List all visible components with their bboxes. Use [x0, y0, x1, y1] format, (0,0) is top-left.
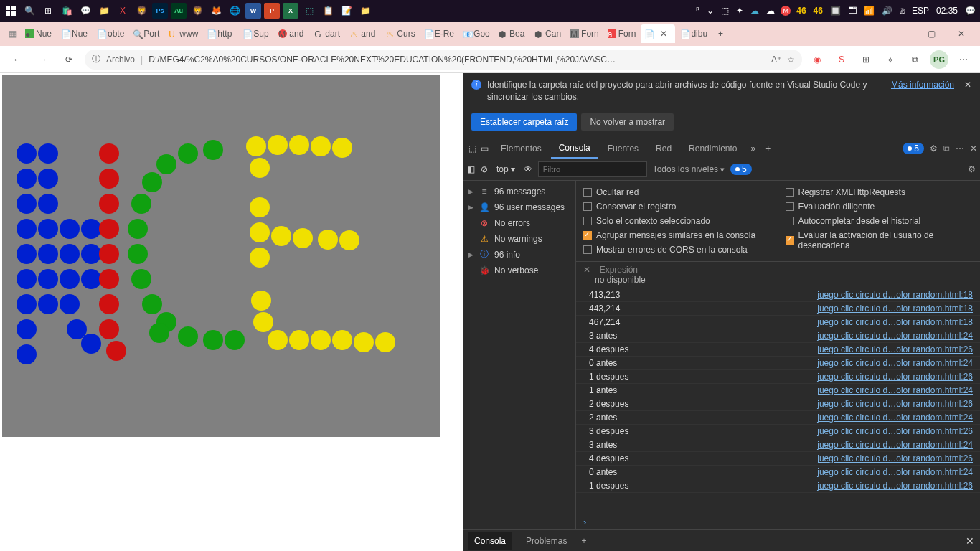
close-devtools-icon[interactable]: ✕	[970, 143, 977, 154]
sidebar-row[interactable]: ▶ⓘ96 info	[463, 247, 575, 263]
circle[interactable]	[339, 230, 359, 250]
tab-network[interactable]: Red	[648, 139, 679, 158]
tray-icon[interactable]: ☁	[765, 6, 776, 16]
circle[interactable]	[318, 230, 338, 250]
circle[interactable]	[99, 319, 119, 339]
circle[interactable]	[149, 323, 169, 343]
log-source-link[interactable]: juego clic circulo d…olor random.html:26	[817, 453, 973, 463]
app-icon[interactable]: X	[115, 3, 131, 19]
tray-icon[interactable]: ✦	[735, 6, 745, 16]
circle[interactable]	[251, 291, 271, 311]
dock-icon[interactable]: ⧉	[943, 143, 950, 154]
console-settings-icon[interactable]: ⚙	[968, 164, 976, 174]
circle[interactable]	[311, 330, 331, 350]
sidebar-row[interactable]: ⚠No warnings	[463, 231, 575, 247]
circle[interactable]	[131, 269, 151, 289]
profile-avatar[interactable]: PG	[930, 50, 948, 69]
app-icon[interactable]: 📋	[320, 3, 336, 19]
log-source-link[interactable]: juego clic circulo d…olor random.html:26	[817, 372, 973, 382]
circle[interactable]	[142, 294, 162, 314]
info-icon[interactable]: ⓘ	[92, 53, 100, 65]
circle[interactable]	[250, 222, 270, 242]
live-expr-icon[interactable]: 👁	[524, 164, 532, 174]
circle[interactable]	[250, 197, 270, 217]
ext-icon[interactable]: ⊞	[857, 50, 875, 69]
circle[interactable]	[60, 269, 80, 289]
tray-icon[interactable]: ᴿ	[694, 6, 701, 16]
tab-actions-icon[interactable]: ▦	[4, 26, 20, 42]
browser-tab[interactable]: Uwww	[165, 24, 202, 43]
tab-sources[interactable]: Fuentes	[600, 139, 646, 158]
app-icon[interactable]: Au	[171, 3, 187, 19]
log-source-link[interactable]: juego clic circulo d…olor random.html:24	[817, 440, 973, 450]
app-icon[interactable]: P	[264, 3, 280, 19]
browser-tab[interactable]: 📄Nue	[57, 24, 92, 43]
checkbox-row[interactable]: Evaluación diligente	[786, 199, 974, 214]
sidebar-row[interactable]: 🐞No verbose	[463, 263, 575, 278]
tray-icon[interactable]: ⬚	[720, 6, 730, 16]
log-source-link[interactable]: juego clic circulo d…olor random.html:18	[817, 303, 973, 314]
filter-input[interactable]	[538, 161, 647, 177]
circle[interactable]	[289, 330, 309, 350]
checkbox-row[interactable]: Mostrar errores de CORS en la consola	[583, 242, 771, 257]
sidebar-row[interactable]: ⊗No errors	[463, 215, 575, 231]
browser-tab[interactable]: Mand	[275, 24, 309, 43]
close-tab-icon[interactable]: ✕	[659, 29, 669, 39]
browser-tab[interactable]: 📄E-Re	[420, 24, 458, 43]
favorite-icon[interactable]: ☆	[787, 55, 795, 65]
circle[interactable]	[203, 140, 223, 160]
circle[interactable]	[268, 135, 288, 155]
circle[interactable]	[17, 294, 37, 314]
tray-icon[interactable]: 🔲	[829, 6, 842, 16]
circle[interactable]	[250, 158, 270, 178]
browser-tab[interactable]: ♨Curs	[382, 24, 418, 43]
circle[interactable]	[253, 312, 273, 332]
circle[interactable]	[354, 332, 374, 352]
checkbox-row[interactable]: Evaluar la activación del usuario de des…	[786, 228, 974, 253]
tab-console[interactable]: Consola	[551, 138, 598, 159]
tray-lang[interactable]: ESP	[910, 6, 930, 16]
circle[interactable]	[293, 228, 313, 248]
more-tabs-icon[interactable]: »	[746, 143, 760, 154]
circle[interactable]	[178, 326, 198, 347]
circle[interactable]	[128, 244, 148, 264]
app-icon[interactable]: Ps	[152, 3, 168, 19]
live-expression[interactable]: ✕ Expresión no disponible	[576, 262, 980, 288]
circle[interactable]	[131, 194, 151, 214]
circle[interactable]	[38, 269, 58, 289]
log-source-link[interactable]: juego clic circulo d…olor random.html:24	[817, 413, 973, 423]
circle[interactable]	[60, 294, 80, 314]
sidebar-row[interactable]: ▶👤96 user messages	[463, 199, 575, 215]
back-button[interactable]: ←	[7, 50, 27, 70]
circle[interactable]	[38, 143, 58, 164]
tray-icon[interactable]: M	[781, 6, 791, 16]
log-source-link[interactable]: juego clic circulo d…olor random.html:26	[817, 426, 973, 436]
circle[interactable]	[17, 244, 37, 264]
circle[interactable]	[156, 154, 176, 174]
tray-notifications-icon[interactable]: 💬	[963, 6, 977, 16]
checkbox-row[interactable]: Solo el contexto seleccionado	[583, 214, 771, 228]
browser-tab[interactable]: MForn	[567, 24, 603, 43]
circle[interactable]	[289, 135, 309, 155]
drawing-canvas[interactable]	[2, 75, 440, 437]
log-source-link[interactable]: juego clic circulo d…olor random.html:24	[817, 358, 973, 368]
checkbox-row[interactable]: Autocompletar desde el historial	[786, 214, 974, 228]
log-source-link[interactable]: juego clic circulo d…olor random.html:18	[817, 317, 973, 327]
app-icon[interactable]: 🦁	[189, 3, 205, 19]
browser-tab[interactable]: 📄obte	[93, 24, 128, 43]
circle[interactable]	[99, 143, 119, 164]
browser-tab-active[interactable]: 📄✕	[641, 24, 675, 43]
app-icon[interactable]: 📁	[96, 3, 112, 19]
device-icon[interactable]: ▭	[481, 143, 489, 154]
circle[interactable]	[311, 136, 331, 156]
circle[interactable]	[38, 219, 58, 239]
log-source-link[interactable]: juego clic circulo d…olor random.html:24	[817, 467, 973, 477]
circle[interactable]	[99, 294, 119, 314]
task-view-icon[interactable]: ⊞	[40, 3, 56, 19]
issues-pill[interactable]: 5	[903, 143, 924, 154]
collections-icon[interactable]: ⧉	[905, 50, 924, 69]
circle[interactable]	[246, 136, 266, 156]
circle[interactable]	[99, 269, 119, 289]
tray-icon[interactable]: ☁	[749, 6, 760, 16]
circle[interactable]	[99, 219, 119, 239]
